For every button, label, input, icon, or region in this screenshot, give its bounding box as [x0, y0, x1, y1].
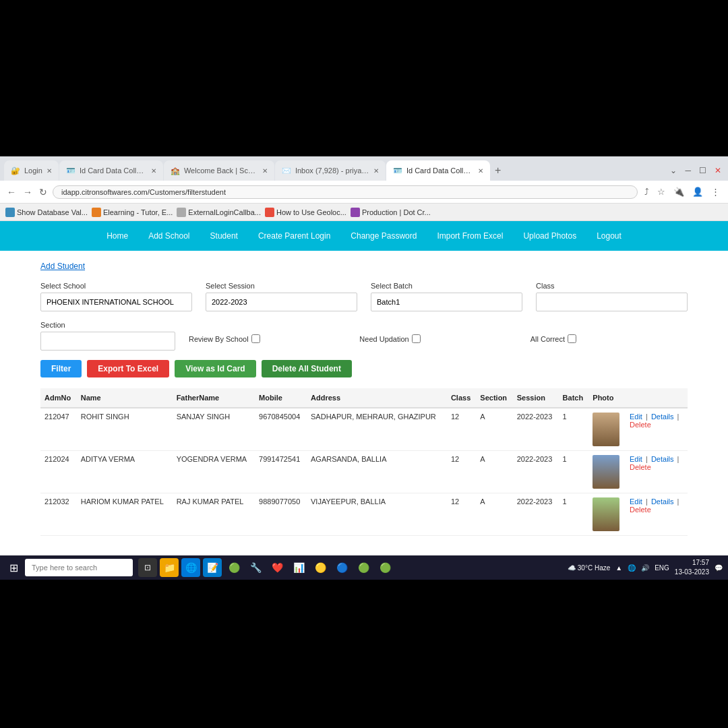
restore-button[interactable]: ☐ — [696, 164, 709, 177]
tab-idcard1[interactable]: 🪪 Id Card Data Collector ✕ — [59, 160, 163, 181]
add-student-link[interactable]: Add Student — [40, 262, 688, 271]
select-session-input[interactable] — [206, 293, 357, 311]
bookmarks-bar: Show Database Val... Elearning - Tutor, … — [0, 204, 728, 221]
reload-button[interactable]: ↻ — [38, 185, 49, 199]
details-link[interactable]: Details — [651, 497, 674, 506]
taskbar-app3[interactable]: 📊 — [289, 558, 308, 577]
tab-school-manager[interactable]: 🏫 Welcome Back | School Manager ✕ — [164, 160, 274, 181]
edit-link[interactable]: Edit — [630, 413, 642, 421]
taskbar: ⊞ ⊡ 📁 🌐 📝 🟢 🔧 ❤️ 📊 🟡 🔵 🟢 🟢 ☁️ 30°C Haze … — [0, 555, 728, 580]
taskbar-app2[interactable]: ❤️ — [268, 558, 286, 577]
star-icon[interactable]: ☆ — [655, 185, 668, 198]
menu-icon[interactable]: ⋮ — [708, 185, 723, 198]
taskbar-clock: 17:57 13-03-2023 — [675, 558, 709, 577]
bookmark-external[interactable]: ExternalLoginCallba... — [177, 208, 261, 217]
navbar: Home Add School Student Create Parent Lo… — [0, 221, 728, 251]
nav-student[interactable]: Student — [210, 231, 238, 241]
select-school-label: Select School — [40, 282, 192, 290]
select-school-input[interactable] — [40, 293, 192, 311]
select-session-label: Select Session — [206, 282, 357, 290]
cell-class: 12 — [447, 451, 476, 493]
forward-button[interactable]: → — [22, 185, 34, 199]
details-link[interactable]: Details — [651, 455, 674, 463]
select-batch-group: Select Batch — [371, 282, 522, 311]
taskbar-up-arrow[interactable]: ▲ — [615, 564, 622, 572]
taskbar-app6[interactable]: 🟢 — [354, 558, 373, 577]
bookmark-database[interactable]: Show Database Val... — [5, 208, 88, 217]
address-input[interactable] — [53, 185, 638, 199]
view-id-card-button[interactable]: View as Id Card — [175, 360, 255, 377]
nav-change-password[interactable]: Change Password — [351, 231, 417, 241]
taskbar-search[interactable] — [25, 559, 133, 576]
student-table: AdmNo Name FatherName Mobile Address Cla… — [40, 388, 688, 536]
close-button[interactable]: ✕ — [712, 164, 724, 177]
tab-idcard2-icon: 🪪 — [393, 166, 402, 175]
edit-link[interactable]: Edit — [630, 455, 642, 463]
tab-chevron-down[interactable]: ⌄ — [667, 164, 679, 177]
bookmark-geoloc[interactable]: How to Use Geoloc... — [265, 208, 346, 217]
need-updation-checkbox[interactable] — [412, 334, 421, 343]
share-icon[interactable]: ⤴ — [642, 185, 652, 198]
details-link[interactable]: Details — [651, 413, 674, 421]
nav-add-school[interactable]: Add School — [148, 231, 189, 241]
tab-login-close[interactable]: ✕ — [47, 167, 52, 175]
col-address: Address — [307, 388, 447, 408]
class-input[interactable] — [536, 293, 688, 311]
start-button[interactable]: ⊞ — [5, 560, 22, 576]
tab-inbox[interactable]: ✉️ Inbox (7,928) - priyasharma597 ✕ — [275, 160, 386, 181]
taskbar-task-view[interactable]: ⊡ — [138, 558, 157, 577]
taskbar-app7[interactable]: 🟢 — [375, 558, 394, 577]
col-class: Class — [447, 388, 476, 408]
delete-link[interactable]: Delete — [630, 463, 651, 471]
col-adm-no: AdmNo — [40, 388, 77, 408]
nav-upload-photos[interactable]: Upload Photos — [523, 231, 576, 241]
taskbar-edge[interactable]: 🌐 — [181, 558, 200, 577]
form-row-1: Select School Select Session Select Batc… — [40, 282, 688, 311]
taskbar-right: ☁️ 30°C Haze ▲ 🌐 🔊 ENG 17:57 13-03-2023 … — [568, 558, 723, 577]
profile-icon[interactable]: 👤 — [690, 185, 706, 198]
tab-idcard1-close[interactable]: ✕ — [151, 167, 156, 175]
nav-create-parent-login[interactable]: Create Parent Login — [258, 231, 330, 241]
taskbar-vscode[interactable]: 📝 — [203, 558, 222, 577]
export-button[interactable]: Export To Excel — [87, 360, 169, 377]
tab-idcard2-close[interactable]: ✕ — [478, 167, 483, 175]
extension-icon[interactable]: 🔌 — [671, 185, 687, 198]
back-button[interactable]: ← — [5, 185, 18, 199]
tab-school-label: Welcome Back | School Manager — [184, 166, 258, 175]
cell-photo — [588, 451, 626, 493]
bookmark-elearning[interactable]: Elearning - Tutor, E... — [92, 208, 173, 217]
taskbar-app5[interactable]: 🔵 — [332, 558, 351, 577]
taskbar-app4[interactable]: 🟡 — [311, 558, 330, 577]
tab-idcard2[interactable]: 🪪 Id Card Data Collector ✕ — [386, 160, 490, 181]
minimize-button[interactable]: ─ — [682, 164, 694, 177]
taskbar-file-explorer[interactable]: 📁 — [160, 558, 179, 577]
tab-inbox-icon: ✉️ — [282, 166, 291, 175]
cell-name: ADITYA VERMA — [77, 451, 173, 493]
taskbar-chrome[interactable]: 🟢 — [224, 558, 243, 577]
cell-session: 2022-2023 — [513, 408, 559, 451]
tab-login[interactable]: 🔐 Login ✕ — [4, 160, 59, 181]
tab-school-close[interactable]: ✕ — [262, 167, 268, 175]
tab-inbox-close[interactable]: ✕ — [373, 167, 379, 175]
nav-logout[interactable]: Logout — [597, 231, 621, 241]
section-input[interactable] — [40, 332, 175, 351]
section-label: Section — [40, 321, 175, 329]
filter-button[interactable]: Filter — [40, 360, 82, 377]
nav-import-excel[interactable]: Import From Excel — [437, 231, 503, 241]
edit-link[interactable]: Edit — [630, 497, 642, 506]
page-content: Home Add School Student Create Parent Lo… — [0, 221, 728, 580]
taskbar-app1[interactable]: 🔧 — [246, 558, 265, 577]
cell-address: SADHAPUR, MEHRAUR, GHAZIPUR — [307, 408, 447, 451]
nav-home[interactable]: Home — [107, 231, 128, 241]
tab-login-icon: 🔐 — [11, 166, 20, 175]
delete-link[interactable]: Delete — [630, 421, 651, 429]
all-correct-checkbox[interactable] — [568, 334, 576, 343]
taskbar-notification[interactable]: 💬 — [715, 564, 723, 572]
delete-link[interactable]: Delete — [630, 506, 651, 514]
cell-father-name: YOGENDRA VERMA — [173, 451, 255, 493]
select-batch-input[interactable] — [371, 293, 522, 311]
bookmark-production[interactable]: Production | Dot Cr... — [351, 208, 431, 217]
review-checkbox[interactable] — [251, 334, 260, 343]
delete-all-button[interactable]: Delete All Student — [262, 360, 352, 377]
new-tab-button[interactable]: + — [491, 163, 505, 178]
